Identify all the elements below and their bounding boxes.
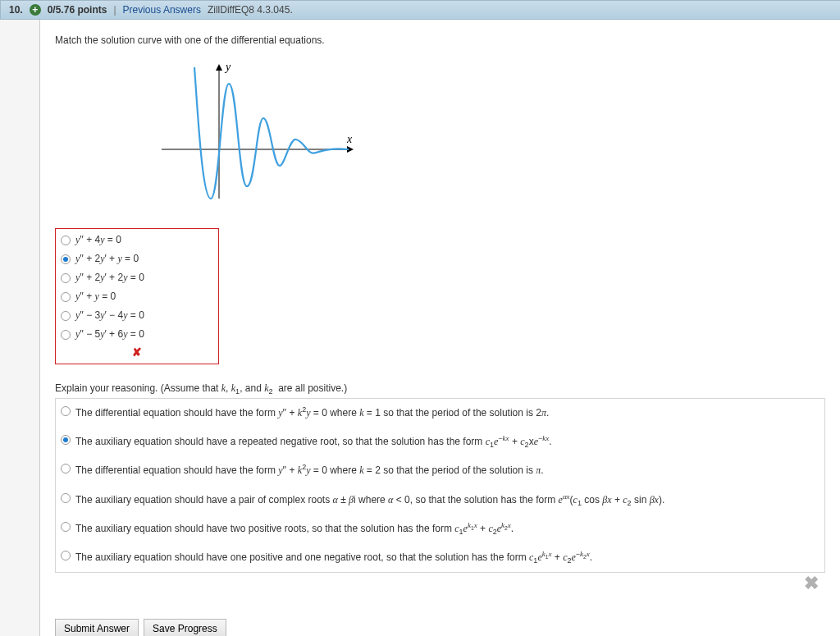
- equation-option[interactable]: y′′ + 2y′ + y = 0: [56, 249, 218, 268]
- equation-option-label: y′′ − 5y′ + 6y = 0: [75, 328, 144, 341]
- equation-options-box: y′′ + 4y = 0y′′ + 2y′ + y = 0y′′ + 2y′ +…: [55, 228, 219, 364]
- explanation-option[interactable]: The auxiliary equation should have a pai…: [56, 486, 824, 515]
- close-icon[interactable]: ✖: [55, 573, 825, 594]
- points-label: 0/5.76 points: [48, 4, 107, 16]
- y-axis-label: y: [224, 61, 231, 73]
- x-axis-label: x: [346, 133, 353, 145]
- previous-answers-link[interactable]: Previous Answers: [123, 4, 201, 16]
- explanation-option[interactable]: The auxiliary equation should have a rep…: [56, 428, 824, 456]
- explanation-text: The differential equation should have th…: [75, 405, 549, 421]
- question-source: ZillDiffEQ8 4.3.045.: [208, 4, 293, 16]
- graph-container: y x: [55, 54, 825, 223]
- explanation-text: The auxiliary equation should have a pai…: [75, 492, 664, 508]
- equation-option[interactable]: y′′ + 4y = 0: [56, 231, 218, 249]
- radio-button[interactable]: [61, 292, 71, 302]
- submit-answer-button[interactable]: Submit Answer: [55, 619, 139, 636]
- explanation-text: The auxiliary equation should have a rep…: [75, 434, 552, 450]
- separator: |: [113, 4, 116, 16]
- question-number: 10.: [9, 4, 23, 16]
- equation-option-label: y′′ + 4y = 0: [75, 234, 121, 246]
- equation-option-label: y′′ + 2y′ + 2y = 0: [75, 272, 144, 284]
- equation-option-label: y′′ + y = 0: [75, 291, 116, 303]
- explanation-option[interactable]: The auxiliary equation should have one p…: [56, 543, 824, 572]
- radio-button[interactable]: [61, 406, 71, 416]
- radio-button[interactable]: [61, 236, 71, 245]
- question-body: Match the solution curve with one of the…: [39, 20, 840, 636]
- save-progress-button[interactable]: Save Progress: [144, 619, 226, 636]
- svg-marker-2: [216, 64, 222, 71]
- question-header: 10. + 0/5.76 points | Previous Answers Z…: [0, 0, 840, 20]
- radio-button[interactable]: [61, 493, 71, 503]
- explanation-options-box: The differential equation should have th…: [55, 398, 825, 573]
- radio-button[interactable]: [61, 464, 71, 474]
- explain-prompt: Explain your reasoning. (Assume that k, …: [55, 382, 825, 395]
- radio-button[interactable]: [61, 522, 71, 532]
- explanation-option[interactable]: The auxiliary equation should have two p…: [56, 515, 824, 543]
- explanation-option[interactable]: The differential equation should have th…: [56, 456, 824, 485]
- explanation-text: The auxiliary equation should have two p…: [75, 521, 514, 537]
- explanation-text: The differential equation should have th…: [75, 463, 544, 478]
- equation-option[interactable]: y′′ + y = 0: [56, 287, 218, 306]
- explanation-option[interactable]: The differential equation should have th…: [56, 399, 824, 428]
- equation-option[interactable]: y′′ − 5y′ + 6y = 0: [56, 325, 218, 344]
- radio-button[interactable]: [61, 311, 71, 321]
- radio-button[interactable]: [61, 254, 71, 264]
- radio-button[interactable]: [61, 551, 71, 561]
- button-bar: Submit Answer Save Progress: [55, 619, 825, 636]
- radio-button[interactable]: [61, 273, 71, 283]
- question-prompt: Match the solution curve with one of the…: [55, 34, 825, 46]
- equation-option[interactable]: y′′ − 3y′ − 4y = 0: [56, 306, 218, 325]
- plus-icon[interactable]: +: [30, 4, 41, 16]
- explanation-text: The auxiliary equation should have one p…: [75, 550, 592, 565]
- radio-button[interactable]: [61, 435, 71, 445]
- solution-curve-graph: y x: [153, 59, 367, 215]
- radio-button[interactable]: [61, 330, 71, 340]
- equation-option-label: y′′ + 2y′ + y = 0: [75, 253, 139, 265]
- equation-option-label: y′′ − 3y′ − 4y = 0: [75, 309, 144, 322]
- wrong-icon: ✘: [56, 344, 218, 362]
- equation-option[interactable]: y′′ + 2y′ + 2y = 0: [56, 268, 218, 287]
